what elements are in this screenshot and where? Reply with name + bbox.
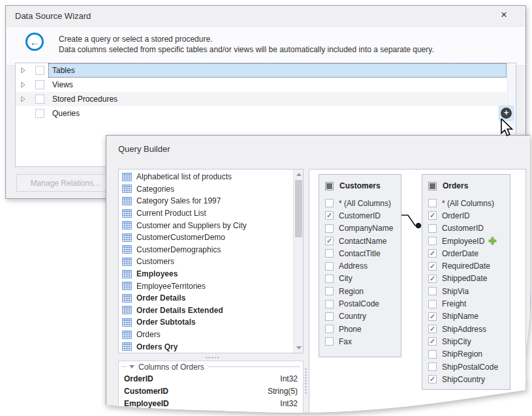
- field-checkbox[interactable]: ✓: [325, 312, 334, 321]
- field-checkbox[interactable]: ✓: [325, 249, 334, 258]
- column-row[interactable]: EmployeeID Int32: [119, 397, 303, 409]
- field-checkbox[interactable]: ✓: [325, 287, 334, 295]
- scroll-down-icon[interactable]: [294, 343, 304, 353]
- expand-arrow-icon[interactable]: [16, 110, 27, 117]
- field-row[interactable]: ✓ RequiredDate: [428, 260, 510, 272]
- table-list-item[interactable]: Employees: [119, 268, 292, 280]
- field-checkbox[interactable]: ✓: [325, 337, 334, 346]
- expand-arrow-icon[interactable]: [16, 96, 27, 102]
- scrollbar-thumb[interactable]: [295, 180, 302, 237]
- field-checkbox[interactable]: ✓: [325, 275, 334, 283]
- close-icon[interactable]: ×: [501, 8, 507, 22]
- table-list-item[interactable]: CustomerCustomerDemo: [119, 231, 292, 244]
- field-row[interactable]: ✓ ContactName: [325, 235, 401, 247]
- field-checkbox[interactable]: ✓: [428, 249, 437, 258]
- field-checkbox[interactable]: ✓: [325, 325, 334, 333]
- table-list-item[interactable]: Order Details Extended: [119, 305, 292, 317]
- collapse-icon[interactable]: [129, 365, 134, 368]
- field-checkbox[interactable]: ✓: [325, 300, 334, 308]
- table-list-item[interactable]: Alphabetical list of products: [119, 171, 292, 183]
- table-list-item[interactable]: Order Subtotals: [119, 316, 292, 329]
- field-row[interactable]: ✓ OrderDate: [428, 247, 510, 260]
- table-list-item[interactable]: Categories: [119, 183, 292, 196]
- field-row[interactable]: ✓ Region: [325, 285, 401, 297]
- expand-arrow-icon[interactable]: [16, 82, 27, 88]
- tables-scrollbar[interactable]: [293, 170, 303, 353]
- field-checkbox[interactable]: ✓: [325, 237, 334, 245]
- table-list-item[interactable]: Current Product List: [119, 207, 292, 220]
- table-list-item[interactable]: Orders Qry: [119, 340, 292, 353]
- tree-row[interactable]: Views: [16, 78, 507, 92]
- tree-row[interactable]: Tables: [16, 63, 507, 78]
- field-checkbox[interactable]: ✓: [428, 224, 437, 233]
- field-row[interactable]: ✓ ShipCity: [428, 335, 510, 348]
- field-row[interactable]: ✓ ShippedDate: [428, 273, 510, 285]
- field-row[interactable]: ✓ ShipVia: [428, 285, 510, 297]
- field-checkbox[interactable]: ✓: [325, 211, 334, 220]
- field-checkbox[interactable]: ✓: [428, 337, 437, 346]
- field-row[interactable]: ✓ City: [325, 273, 401, 285]
- field-row[interactable]: ✓ ContactTitle: [325, 247, 401, 260]
- field-checkbox[interactable]: ✓: [428, 275, 437, 283]
- field-checkbox[interactable]: ✓: [428, 262, 437, 271]
- columns-pane-header[interactable]: Columns of Orders: [119, 361, 303, 372]
- field-checkbox[interactable]: ✓: [428, 350, 437, 359]
- column-row[interactable]: CustomerID String(5): [119, 385, 303, 397]
- field-row[interactable]: ✓ Phone: [325, 323, 401, 335]
- table-list-item[interactable]: CustomerDemographics: [119, 244, 292, 256]
- customers-panel-header[interactable]: Customers: [325, 179, 401, 193]
- field-row[interactable]: ✓ Country: [325, 310, 401, 323]
- field-checkbox[interactable]: ✓: [325, 262, 334, 271]
- field-checkbox[interactable]: ✓: [325, 224, 334, 233]
- table-list-item[interactable]: Orders: [119, 329, 292, 341]
- field-checkbox[interactable]: ✓: [428, 211, 437, 220]
- table-list-item[interactable]: Customer and Suppliers by City: [119, 219, 292, 231]
- horizontal-splitter-grip[interactable]: [205, 356, 219, 359]
- field-row[interactable]: ✓ ShipCountry: [428, 373, 510, 385]
- tree-checkbox[interactable]: [35, 66, 44, 75]
- field-row[interactable]: ✓ CustomerID: [428, 222, 510, 235]
- table-name: Customers: [136, 257, 174, 266]
- table-list-item[interactable]: EmployeeTerritories: [119, 280, 292, 292]
- column-row[interactable]: OrderID Int32: [119, 372, 303, 385]
- field-checkbox[interactable]: ✓: [428, 325, 437, 333]
- table-list-item[interactable]: Order Details: [119, 292, 292, 305]
- table-list-item[interactable]: Customers: [119, 256, 292, 268]
- field-row[interactable]: ✓ ShipName: [428, 310, 510, 323]
- vertical-splitter-grip[interactable]: [304, 368, 307, 395]
- field-checkbox[interactable]: ✓: [428, 312, 437, 321]
- tree-checkbox[interactable]: [35, 80, 44, 89]
- field-checkbox[interactable]: ✓: [428, 300, 437, 308]
- tree-checkbox[interactable]: [35, 109, 44, 118]
- field-row[interactable]: ✓ Address: [325, 260, 401, 272]
- field-row[interactable]: ✓ Freight: [428, 297, 510, 310]
- field-row[interactable]: ✓ OrderID: [428, 209, 510, 222]
- field-row[interactable]: ✓ ShipRegion: [428, 348, 510, 361]
- field-checkbox[interactable]: ✓: [428, 199, 437, 207]
- back-arrow-icon[interactable]: ←: [25, 33, 44, 51]
- orders-panel-header[interactable]: Orders: [428, 179, 510, 193]
- field-checkbox[interactable]: ✓: [428, 375, 437, 383]
- manage-relations-button[interactable]: Manage Relations...: [16, 174, 114, 192]
- field-row[interactable]: ✓ ShipAddress: [428, 323, 510, 335]
- field-row[interactable]: ✓ * (All Columns): [428, 197, 510, 209]
- table-list-item[interactable]: Category Sales for 1997: [119, 195, 292, 207]
- field-row[interactable]: ✓ Fax: [325, 335, 401, 348]
- tree-row[interactable]: Stored Procedures: [16, 92, 507, 106]
- field-checkbox[interactable]: ✓: [325, 199, 334, 207]
- field-checkbox[interactable]: ✓: [428, 237, 437, 245]
- table-select-checkbox[interactable]: [325, 182, 334, 190]
- field-row[interactable]: ✓ ShipPostalCode: [428, 361, 510, 373]
- field-row[interactable]: ✓ CustomerID: [325, 209, 401, 222]
- tree-row[interactable]: Queries: [16, 106, 507, 121]
- field-row[interactable]: ✓ CompanyName: [325, 222, 401, 235]
- field-row[interactable]: ✓ EmployeeID: [428, 235, 510, 247]
- table-select-checkbox[interactable]: [428, 182, 437, 190]
- field-checkbox[interactable]: ✓: [428, 287, 437, 295]
- field-checkbox[interactable]: ✓: [428, 363, 437, 371]
- expand-arrow-icon[interactable]: [16, 67, 27, 74]
- field-row[interactable]: ✓ PostalCode: [325, 297, 401, 310]
- scroll-up-icon[interactable]: [294, 170, 304, 179]
- field-row[interactable]: ✓ * (All Columns): [325, 197, 401, 209]
- tree-checkbox[interactable]: [35, 95, 44, 104]
